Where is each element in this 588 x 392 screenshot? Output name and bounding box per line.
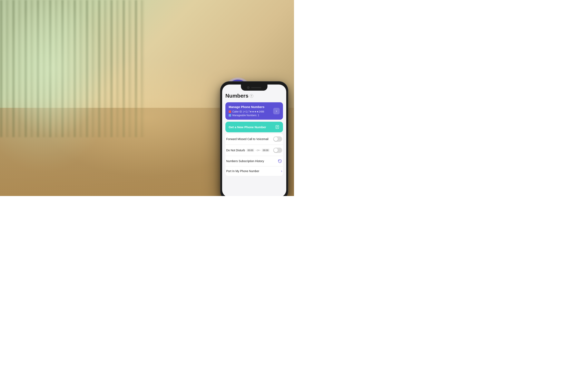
menu-rows-container: Forward Missed Call to Voicemail Do Not …: [226, 134, 283, 176]
speaker-grille: [251, 87, 261, 88]
manage-card-title: Manage Phone Numbers: [229, 105, 273, 108]
dnd-left: Do Not Disturb 00:00 ~24~ 00:00: [226, 149, 270, 152]
phone-frame: Numbers ? Manage Phone Numbers Caller ID…: [220, 82, 288, 196]
port-number-label: Port In My Phone Number: [226, 170, 259, 173]
dnd-end-time: 00:00: [262, 149, 270, 152]
dnd-start-time: 00:00: [247, 149, 254, 152]
caller-id-text: Caller ID: (+1) 7★★★★2488: [232, 110, 264, 113]
phone-screen: Numbers ? Manage Phone Numbers Caller ID…: [222, 84, 286, 196]
subscription-history-label: Numbers Subscription History: [226, 160, 264, 163]
port-arrow-icon: ›: [281, 169, 282, 173]
dnd-separator: ~24~: [255, 149, 261, 152]
help-button[interactable]: ?: [250, 94, 253, 98]
manageable-row: Manageable Numbers: 1: [229, 114, 273, 117]
caller-id-dot: [229, 110, 231, 113]
front-camera: [247, 86, 250, 89]
dnd-label: Do Not Disturb: [226, 149, 245, 152]
new-number-icon: [275, 124, 280, 130]
manageable-dot: [229, 114, 231, 116]
get-new-number-row[interactable]: Get a New Phone Number: [226, 122, 283, 132]
manage-phone-numbers-card[interactable]: Manage Phone Numbers Caller ID: (+1) 7★★…: [226, 102, 283, 120]
history-icon: [278, 159, 282, 163]
page-title: Numbers: [226, 93, 248, 99]
phone-notch: [241, 84, 268, 91]
manage-card-content: Manage Phone Numbers Caller ID: (+1) 7★★…: [229, 105, 273, 117]
subscription-history-row[interactable]: Numbers Subscription History: [226, 156, 283, 166]
dnd-toggle-knob: [274, 148, 278, 152]
port-number-row[interactable]: Port In My Phone Number ›: [226, 166, 283, 176]
screen-content: Numbers ? Manage Phone Numbers Caller ID…: [222, 84, 286, 196]
screen-header: Numbers ?: [226, 93, 283, 99]
manageable-text: Manageable Numbers: 1: [232, 114, 259, 117]
do-not-disturb-row[interactable]: Do Not Disturb 00:00 ~24~ 00:00: [226, 145, 283, 156]
phone-mockup: Numbers ? Manage Phone Numbers Caller ID…: [220, 82, 288, 196]
caller-id-row: Caller ID: (+1) 7★★★★2488: [229, 110, 273, 113]
manage-card-arrow[interactable]: ›: [273, 108, 280, 114]
forward-voicemail-toggle[interactable]: [273, 136, 282, 142]
forward-voicemail-label: Forward Missed Call to Voicemail: [226, 138, 268, 141]
dnd-times: 00:00 ~24~ 00:00: [247, 149, 270, 152]
toggle-knob: [274, 137, 278, 141]
dnd-toggle[interactable]: [273, 148, 282, 153]
new-number-label: Get a New Phone Number: [229, 125, 266, 129]
forward-voicemail-row[interactable]: Forward Missed Call to Voicemail: [226, 134, 283, 145]
